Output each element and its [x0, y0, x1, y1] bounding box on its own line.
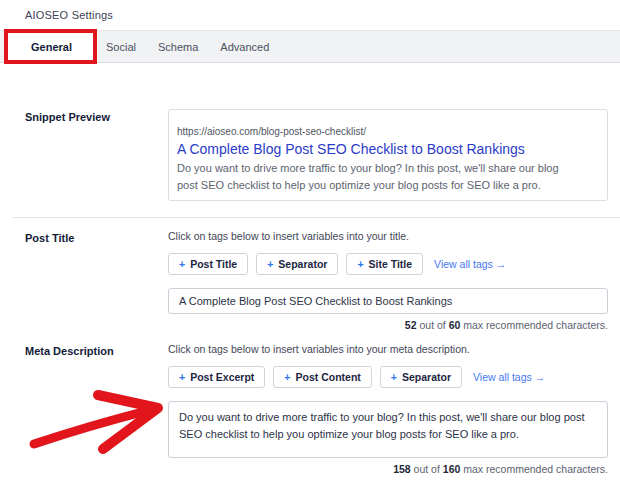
view-all-tags-link[interactable]: View all tags →: [434, 258, 506, 270]
meta-description-tags-row: + Post Excerpt + Post Content + Separato…: [168, 366, 608, 388]
tag-button-post-content[interactable]: + Post Content: [273, 366, 371, 388]
tab-advanced[interactable]: Advanced: [209, 31, 280, 62]
meta-description-label: Meta Description: [25, 343, 168, 475]
page-title: AIOSEO Settings: [25, 9, 113, 21]
titlebar: AIOSEO Settings: [0, 0, 620, 30]
tag-button-label: Post Title: [190, 258, 237, 270]
tab-general[interactable]: General: [8, 31, 95, 62]
tag-button-post-title[interactable]: + Post Title: [168, 253, 248, 275]
snippet-preview-section: Snippet Preview https://aioseo.com/blog-…: [25, 109, 608, 201]
snippet-description: Do you want to drive more traffic to you…: [177, 160, 577, 193]
snippet-title: A Complete Blog Post SEO Checklist to Bo…: [177, 141, 577, 157]
plus-icon: +: [284, 371, 290, 383]
section-divider: [12, 217, 620, 218]
meta-description-helper-text: Click on tags below to insert variables …: [168, 343, 608, 355]
tag-button-site-title[interactable]: + Site Title: [346, 253, 423, 275]
post-title-label: Post Title: [25, 230, 168, 331]
snippet-preview-card: https://aioseo.com/blog-post-seo-checkli…: [168, 109, 608, 201]
post-title-input[interactable]: [168, 288, 608, 314]
meta-description-char-count: 158 out of 160 max recommended character…: [168, 463, 608, 475]
tag-button-separator[interactable]: + Separator: [380, 366, 462, 388]
meta-description-section: Meta Description Click on tags below to …: [25, 343, 608, 475]
plus-icon: +: [357, 258, 363, 270]
tag-button-label: Site Title: [369, 258, 413, 270]
snippet-preview-label: Snippet Preview: [25, 109, 168, 201]
tag-button-label: Separator: [402, 371, 451, 383]
view-all-tags-link[interactable]: View all tags →: [473, 371, 545, 383]
snippet-url: https://aioseo.com/blog-post-seo-checkli…: [177, 126, 577, 137]
post-title-tags-row: + Post Title + Separator + Site Title Vi…: [168, 253, 608, 275]
tag-button-label: Post Content: [295, 371, 360, 383]
tab-schema[interactable]: Schema: [147, 31, 209, 62]
post-title-section: Post Title Click on tags below to insert…: [25, 230, 608, 331]
settings-content: Snippet Preview https://aioseo.com/blog-…: [0, 109, 620, 475]
tag-button-label: Post Excerpt: [190, 371, 254, 383]
aioseo-settings-panel: AIOSEO Settings General Social Schema Ad…: [0, 0, 620, 480]
tab-social[interactable]: Social: [95, 31, 147, 62]
meta-description-textarea[interactable]: Do you want to drive more traffic to you…: [168, 401, 608, 458]
tag-button-label: Separator: [278, 258, 327, 270]
plus-icon: +: [391, 371, 397, 383]
post-title-char-count: 52 out of 60 max recommended characters.: [168, 319, 608, 331]
tag-button-post-excerpt[interactable]: + Post Excerpt: [168, 366, 265, 388]
tab-bar: General Social Schema Advanced: [0, 30, 620, 63]
plus-icon: +: [267, 258, 273, 270]
plus-icon: +: [179, 258, 185, 270]
plus-icon: +: [179, 371, 185, 383]
post-title-helper-text: Click on tags below to insert variables …: [168, 230, 608, 242]
tag-button-separator[interactable]: + Separator: [256, 253, 338, 275]
